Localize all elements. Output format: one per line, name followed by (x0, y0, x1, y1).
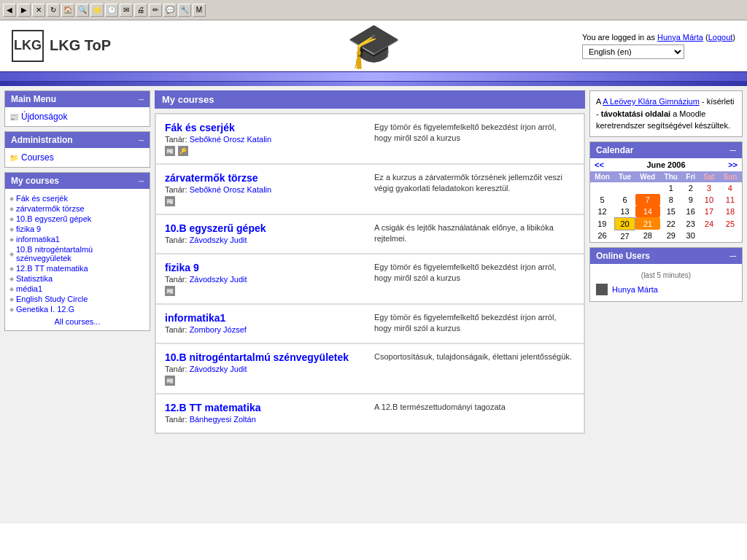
calendar-header: Calendar ─ (590, 142, 742, 158)
teacher-link-2[interactable]: Závodszky Judit (190, 236, 247, 244)
cal-day[interactable]: 10 (699, 194, 719, 206)
all-courses-link[interactable]: All courses... (9, 316, 145, 327)
forward-btn[interactable]: ▶ (18, 4, 31, 17)
cal-day[interactable]: 29 (660, 230, 682, 242)
cal-day[interactable]: 4 (719, 182, 741, 194)
school-link[interactable]: A Leövey Klára Gimnázium (603, 97, 700, 106)
cal-day[interactable]: 19 (590, 217, 614, 230)
cal-day[interactable]: 18 (719, 206, 741, 218)
course-name-1[interactable]: zárvatermők törzse (165, 172, 258, 184)
course-icons-1: 📰 (165, 196, 365, 206)
course-name-0[interactable]: Fák és cserjék (165, 122, 235, 133)
logged-in-text: You are logged in as Hunya Márta (Logout… (582, 33, 735, 42)
course-name-4[interactable]: informatika1 (165, 312, 225, 324)
favorites-btn[interactable]: ⭐ (90, 4, 104, 17)
teacher-link-3[interactable]: Závodszky Judit (190, 275, 247, 284)
edit-btn[interactable]: ✏ (149, 4, 162, 17)
cal-today[interactable]: 20 (614, 217, 635, 230)
teacher-link-4[interactable]: Zombory József (190, 325, 247, 334)
cal-day[interactable]: 23 (682, 217, 699, 230)
main-menu-minimize[interactable]: ─ (139, 96, 144, 104)
course-teacher-2: Tanár: Závodszky Judit (165, 236, 365, 244)
course-link-info1[interactable]: informatika1 (16, 235, 60, 244)
cal-day[interactable]: 11 (719, 194, 741, 206)
calendar-prev[interactable]: << (595, 160, 604, 169)
news-icon-small: 📰 (165, 146, 175, 156)
course-name-3[interactable]: fizika 9 (165, 262, 199, 273)
cal-day[interactable]: 30 (682, 230, 699, 242)
calendar-minimize[interactable]: ─ (729, 145, 736, 155)
news-icon: 📰 (9, 113, 18, 121)
discuss-btn[interactable]: 💬 (163, 4, 177, 17)
cal-day[interactable]: 17 (699, 206, 719, 218)
course-link-fak[interactable]: Fák és cserjék (16, 194, 68, 203)
cal-day[interactable]: 5 (590, 194, 614, 206)
administration-content: 📁 Courses (5, 148, 150, 167)
stop-btn[interactable]: ✕ (32, 4, 45, 17)
course-entry-6: 12.B TT matematika Tanár: Bánhegyesi Zol… (155, 394, 584, 433)
print-btn[interactable]: 🖨 (134, 4, 147, 17)
logout-link[interactable]: Logout (708, 33, 733, 42)
cal-day[interactable]: 3 (699, 182, 719, 194)
cal-day[interactable]: 26 (590, 230, 614, 242)
home-btn[interactable]: 🏠 (61, 4, 74, 17)
cal-day[interactable]: 28 (635, 230, 660, 242)
course-name-6[interactable]: 12.B TT matematika (165, 402, 261, 413)
cal-day[interactable]: 12 (590, 206, 614, 218)
course-link-genetika[interactable]: Genetika I. 12.G (16, 305, 74, 314)
tools-btn[interactable]: 🔧 (178, 4, 191, 17)
online-users-minimize[interactable]: ─ (729, 251, 736, 261)
cal-day[interactable]: 1 (660, 182, 682, 194)
cal-day[interactable]: 14 (635, 206, 660, 218)
cal-day[interactable]: 27 (614, 230, 635, 242)
teacher-link-1[interactable]: Sebőkné Orosz Katalin (190, 185, 272, 194)
course-link-12b[interactable]: 12.B TT matematika (16, 264, 88, 273)
course-link-esc[interactable]: English Study Circle (16, 295, 88, 303)
teacher-link-0[interactable]: Sebőkné Orosz Katalin (190, 135, 272, 144)
course-link-nitro[interactable]: 10.B nitrogéntartalmú szénvegyületek (16, 245, 145, 262)
cal-day[interactable]: 8 (660, 194, 682, 206)
course-name-2[interactable]: 10.B egyszerű gépek (165, 222, 266, 234)
sidebar-item-news[interactable]: 📰 Újdonságok (9, 110, 145, 123)
cal-day[interactable]: 9 (682, 194, 699, 206)
cal-selected[interactable]: 21 (635, 217, 660, 230)
username-link[interactable]: Hunya Márta (657, 33, 703, 42)
cal-th-thu: Thu (660, 171, 682, 182)
calendar-month-year: June 2006 (646, 160, 685, 169)
my-courses-minimize[interactable]: ─ (139, 177, 144, 185)
course-link-zarva[interactable]: zárvatermők törzse (16, 204, 85, 213)
cal-day[interactable]: 2 (682, 182, 699, 194)
cal-day[interactable]: 6 (614, 194, 635, 206)
course-link-media[interactable]: média1 (16, 284, 42, 293)
course-name-5[interactable]: 10.B nitrogéntartalmú szénvegyületek (165, 351, 349, 363)
refresh-btn[interactable]: ↻ (47, 4, 60, 17)
main-menu-header: Main Menu ─ (5, 91, 150, 107)
course-link-stat[interactable]: Statisztika (16, 274, 53, 283)
teacher-link-6[interactable]: Bánhegyesi Zoltán (190, 415, 256, 424)
cal-day[interactable]: 15 (660, 206, 682, 218)
course-desc-3: Egy tömör és figyelemfelkeltő bekezdést … (374, 262, 575, 296)
cal-day[interactable]: 13 (614, 206, 635, 218)
info-block: A A Leövey Klára Gimnázium - kísérleti -… (589, 90, 743, 137)
msn-btn[interactable]: M (193, 4, 206, 17)
teacher-link-5[interactable]: Závodszky Judit (190, 365, 247, 373)
cal-day[interactable]: 25 (719, 217, 741, 230)
cal-day[interactable]: 24 (699, 217, 719, 230)
admin-minimize[interactable]: ─ (139, 136, 144, 144)
search-btn[interactable]: 🔍 (76, 4, 89, 17)
language-select[interactable]: English (en) (582, 44, 684, 59)
sidebar-item-courses[interactable]: 📁 Courses (9, 151, 145, 164)
cal-day[interactable]: 16 (682, 206, 699, 218)
course-link-fizika9[interactable]: fizika 9 (16, 225, 41, 233)
course-link-gepek[interactable]: 10.B egyszerű gépek (16, 214, 91, 223)
bullet: ◈ (9, 286, 14, 292)
cal-day[interactable]: 22 (660, 217, 682, 230)
user-link-0[interactable]: Hunya Márta (612, 284, 658, 296)
mail-btn[interactable]: ✉ (120, 4, 133, 17)
online-user-0: Hunya Márta (596, 282, 736, 298)
my-courses-sidebar-block: My courses ─ ◈Fák és cserjék ◈zárvatermő… (4, 172, 150, 331)
back-btn[interactable]: ◀ (3, 4, 16, 17)
calendar-next[interactable]: >> (728, 160, 738, 169)
history-btn[interactable]: 🕐 (105, 4, 118, 17)
cal-day[interactable]: 7 (635, 194, 660, 206)
